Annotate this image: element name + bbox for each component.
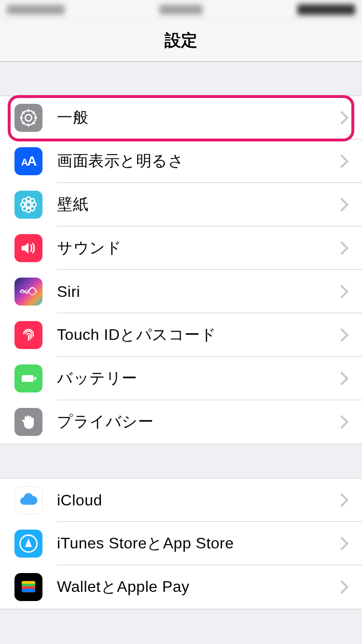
row-privacy[interactable]: プライバシー [0,400,362,444]
row-label: サウンド [42,238,337,259]
settings-group-store: iCloud iTunes StoreとApp Store WalletとApp… [0,478,362,609]
chevron-right-icon [335,241,348,255]
siri-icon [14,278,42,306]
chevron-right-icon [335,198,348,211]
status-carrier [7,5,65,14]
svg-point-0 [21,111,36,125]
chevron-right-icon [335,154,348,168]
chevron-right-icon [335,537,348,550]
wallet-icon [14,573,42,601]
row-label: 壁紙 [42,194,337,215]
battery-icon [14,364,42,392]
row-label: 画面表示と明るさ [42,151,337,172]
row-label: Siri [42,283,337,301]
section-gap [0,62,362,96]
nav-header: 設定 [0,19,362,62]
hand-icon [14,408,42,436]
svg-point-7 [30,198,35,203]
row-wallpaper[interactable]: 壁紙 [0,183,362,226]
status-time [159,5,203,14]
row-general[interactable]: 一般 [0,96,362,140]
speaker-icon [14,234,42,262]
chevron-right-icon [335,111,348,125]
svg-point-9 [30,207,35,211]
status-battery [297,4,355,15]
row-touch-id-passcode[interactable]: Touch IDとパスコード [0,313,362,357]
row-wallet-applepay[interactable]: WalletとApple Pay [0,565,362,609]
row-display-brightness[interactable]: AA 画面表示と明るさ [0,140,362,183]
row-label: 一般 [42,107,337,128]
svg-rect-10 [22,375,34,382]
chevron-right-icon [335,372,348,385]
row-label: プライバシー [42,411,337,433]
row-siri[interactable]: Siri [0,270,362,313]
row-battery[interactable]: バッテリー [0,357,362,400]
text-size-icon: AA [14,147,42,175]
row-icloud[interactable]: iCloud [0,478,362,522]
flower-icon [14,191,42,219]
svg-rect-11 [34,377,36,380]
fingerprint-icon [14,321,42,349]
status-bar [0,0,362,19]
svg-rect-17 [22,589,35,592]
chevron-right-icon [335,580,348,594]
row-sounds[interactable]: サウンド [0,226,362,270]
settings-group-main: 一般 AA 画面表示と明るさ 壁紙 [0,96,362,444]
svg-point-1 [26,202,31,207]
page-title: 設定 [165,29,197,52]
appstore-icon [14,530,42,558]
row-label: iTunes StoreとApp Store [42,533,337,554]
gear-icon [14,104,42,132]
row-label: Touch IDとパスコード [42,324,337,346]
row-label: iCloud [42,491,337,509]
cloud-icon [14,486,42,514]
row-label: バッテリー [42,368,337,389]
row-itunes-appstore[interactable]: iTunes StoreとApp Store [0,522,362,565]
chevron-right-icon [335,493,348,507]
chevron-right-icon [335,415,348,429]
row-label: WalletとApple Pay [42,576,337,598]
svg-point-8 [22,207,27,211]
section-gap [0,444,362,478]
chevron-right-icon [335,328,348,342]
chevron-right-icon [335,285,348,298]
svg-point-6 [22,198,27,203]
